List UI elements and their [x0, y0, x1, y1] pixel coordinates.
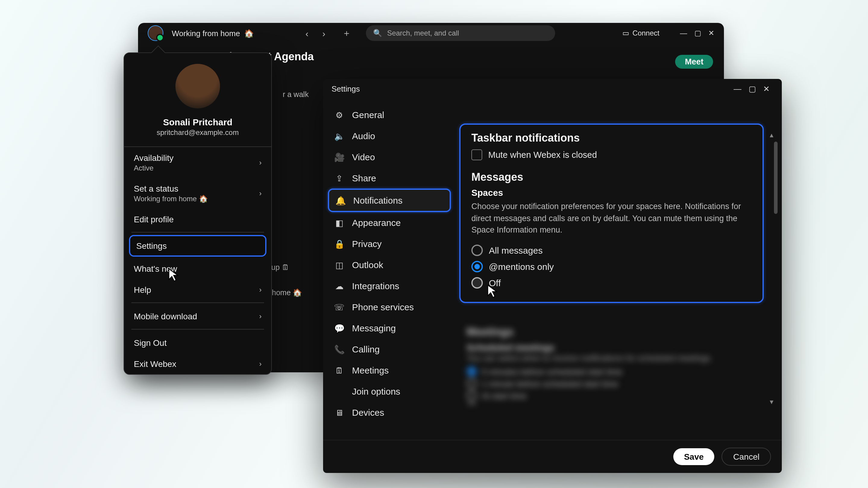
settings-content: Taskbar notifications Mute when Webex is…: [455, 98, 782, 440]
meet-button[interactable]: Meet: [675, 55, 713, 68]
blurred-meetings-section: Meetings Scheduled meetings You can sele…: [461, 321, 764, 405]
nav-audio[interactable]: 🔈Audio: [328, 125, 451, 147]
dialog-close-icon[interactable]: ✕: [763, 84, 770, 93]
search-icon: 🔍: [373, 29, 382, 37]
spaces-description: Choose your notification preferences for…: [471, 201, 752, 236]
nav-label: Join options: [352, 386, 400, 396]
radio-off-label: Off: [489, 278, 501, 288]
gear-icon: ⚙: [334, 110, 345, 120]
menu-settings-label: Settings: [136, 241, 167, 251]
user-avatar-small[interactable]: [148, 25, 163, 41]
settings-dialog-title: Settings: [332, 84, 360, 93]
chevron-right-icon: ›: [259, 189, 261, 198]
profile-name: Sonali Pritchard: [130, 117, 265, 127]
checkbox-unchecked-icon[interactable]: [471, 150, 482, 160]
share-icon: ⇪: [334, 173, 345, 183]
nav-label: Audio: [352, 131, 375, 141]
nav-phone-services[interactable]: ☏Phone services: [328, 296, 451, 318]
taskbar-notifications-title: Taskbar notifications: [471, 132, 752, 144]
camera-icon: 🎥: [334, 152, 345, 162]
scroll-up-icon[interactable]: ▴: [770, 131, 778, 139]
nav-label: Integrations: [352, 281, 399, 291]
nav-integrations[interactable]: ☁Integrations: [328, 275, 451, 296]
palette-icon: ◧: [334, 218, 345, 227]
nav-label: Notifications: [353, 195, 402, 205]
menu-whats-new-label: What's new: [134, 264, 177, 273]
menu-exit-webex[interactable]: Exit Webex ›: [124, 353, 271, 374]
scroll-down-icon[interactable]: ▾: [770, 398, 778, 406]
nav-label: Outlook: [352, 260, 383, 270]
nav-share[interactable]: ⇪Share: [328, 167, 451, 189]
spaces-subtitle: Spaces: [471, 187, 752, 198]
nav-forward-icon[interactable]: ›: [319, 28, 329, 38]
nav-privacy[interactable]: 🔒Privacy: [328, 233, 451, 254]
cloud-icon: ☁: [334, 281, 345, 291]
nav-join-options[interactable]: Join options: [328, 381, 451, 402]
minimize-icon[interactable]: —: [680, 29, 687, 37]
nav-appearance[interactable]: ◧Appearance: [328, 212, 451, 233]
nav-label: Phone services: [352, 302, 414, 312]
calendar-icon: 🗓: [334, 365, 345, 375]
menu-help-label: Help: [134, 285, 151, 295]
radio-off[interactable]: Off: [471, 274, 752, 291]
dialog-maximize-icon[interactable]: ▢: [749, 84, 756, 93]
nav-general[interactable]: ⚙General: [328, 104, 451, 125]
nav-messaging[interactable]: 💬Messaging: [328, 318, 451, 338]
nav-label: Calling: [352, 344, 380, 354]
chevron-right-icon: ›: [259, 286, 261, 294]
menu-whats-new[interactable]: What's new: [124, 258, 271, 279]
plus-icon[interactable]: ＋: [342, 27, 351, 39]
menu-edit-profile[interactable]: Edit profile: [124, 208, 271, 230]
mute-checkbox-row[interactable]: Mute when Webex is closed: [471, 150, 752, 160]
settings-dialog: Settings — ▢ ✕ ⚙General 🔈Audio 🎥Video ⇪S…: [323, 79, 782, 473]
menu-availability[interactable]: Availability Active ›: [124, 147, 271, 178]
radio-icon[interactable]: [471, 244, 483, 256]
nav-devices[interactable]: 🖥Devices: [328, 402, 451, 423]
user-avatar-large[interactable]: [176, 64, 220, 108]
radio-all-messages[interactable]: All messages: [471, 242, 752, 258]
maximize-icon[interactable]: ▢: [694, 29, 701, 37]
connect-button[interactable]: ▭ Connect: [622, 29, 659, 37]
nav-label: Devices: [352, 407, 384, 418]
settings-footer: Save Cancel: [323, 440, 782, 473]
menu-set-status[interactable]: Set a status Working from home 🏠 ›: [124, 178, 271, 208]
menu-exit-webex-label: Exit Webex: [134, 359, 176, 369]
nav-video[interactable]: 🎥Video: [328, 147, 451, 167]
menu-sign-out[interactable]: Sign Out: [124, 332, 271, 353]
nav-meetings[interactable]: 🗓Meetings: [328, 360, 451, 381]
phone-icon: 📞: [334, 344, 345, 354]
nav-calling[interactable]: 📞Calling: [328, 338, 451, 360]
radio-icon-selected[interactable]: [471, 261, 483, 272]
dialog-minimize-icon[interactable]: —: [734, 84, 741, 93]
nav-outlook[interactable]: ◫Outlook: [328, 254, 451, 275]
headset-icon: ☏: [334, 302, 345, 312]
nav-back-icon[interactable]: ‹: [302, 28, 312, 38]
speaker-icon: 🔈: [334, 131, 345, 141]
nav-label: Video: [352, 152, 375, 162]
nav-notifications[interactable]: 🔔Notifications: [328, 189, 451, 212]
working-status-text[interactable]: Working from home: [172, 29, 240, 38]
settings-sidebar: ⚙General 🔈Audio 🎥Video ⇪Share 🔔Notificat…: [323, 98, 455, 440]
chevron-right-icon: ›: [259, 158, 261, 167]
radio-mentions-only[interactable]: @mentions only: [471, 258, 752, 274]
main-titlebar: Working from home 🏠 ‹ › ＋ 🔍 Search, meet…: [138, 23, 724, 43]
close-icon[interactable]: ✕: [708, 29, 714, 37]
menu-separator: [131, 232, 264, 233]
scrollbar-thumb[interactable]: [774, 141, 778, 214]
chevron-right-icon: ›: [259, 360, 261, 368]
save-button[interactable]: Save: [673, 448, 714, 465]
menu-separator: [131, 302, 264, 303]
nav-label: Appearance: [352, 218, 401, 228]
search-input[interactable]: 🔍 Search, meet, and call: [366, 25, 555, 41]
menu-set-status-label: Set a status: [134, 184, 179, 193]
menu-settings[interactable]: Settings: [129, 235, 267, 257]
profile-popover: Sonali Pritchard spritchard@example.com …: [124, 53, 272, 375]
cancel-button[interactable]: Cancel: [722, 448, 771, 466]
profile-email: spritchard@example.com: [130, 128, 265, 137]
radio-icon[interactable]: [471, 277, 483, 288]
chat-fragment-up: up 🗓: [271, 263, 290, 272]
menu-mobile-download[interactable]: Mobile download ›: [124, 305, 271, 327]
menu-help[interactable]: Help ›: [124, 279, 271, 300]
messages-section-title: Messages: [471, 171, 752, 184]
chat-fragment-home: home 🏠: [272, 288, 303, 297]
